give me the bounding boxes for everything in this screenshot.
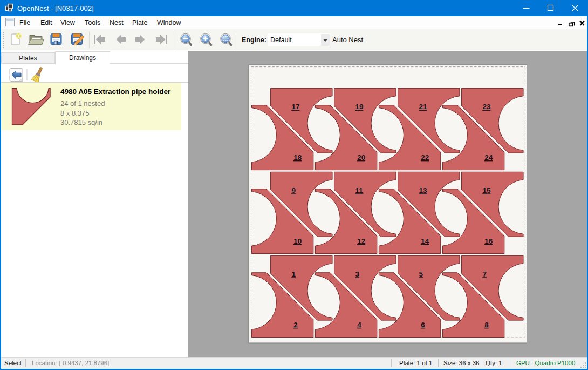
svg-text:11: 11 xyxy=(355,186,364,194)
svg-text:22: 22 xyxy=(421,153,429,162)
svg-text:21: 21 xyxy=(419,103,428,111)
svg-text:18: 18 xyxy=(293,153,302,162)
svg-text:12: 12 xyxy=(357,237,365,245)
svg-text:2: 2 xyxy=(293,321,298,329)
svg-text:6: 6 xyxy=(421,321,425,329)
svg-text:8: 8 xyxy=(484,321,489,329)
svg-text:13: 13 xyxy=(419,186,428,194)
svg-text:24: 24 xyxy=(484,153,493,162)
svg-text:4: 4 xyxy=(357,321,361,329)
svg-text:16: 16 xyxy=(484,237,493,245)
svg-text:1: 1 xyxy=(292,270,296,278)
svg-text:7: 7 xyxy=(483,270,487,278)
svg-text:5: 5 xyxy=(419,270,423,278)
svg-text:3: 3 xyxy=(355,270,360,278)
svg-text:9: 9 xyxy=(292,186,296,194)
svg-text:19: 19 xyxy=(355,103,364,111)
svg-text:23: 23 xyxy=(483,103,491,111)
svg-text:10: 10 xyxy=(293,237,302,245)
svg-text:17: 17 xyxy=(292,103,300,111)
svg-text:15: 15 xyxy=(483,186,491,194)
svg-text:14: 14 xyxy=(421,237,429,245)
svg-text:20: 20 xyxy=(357,153,365,162)
